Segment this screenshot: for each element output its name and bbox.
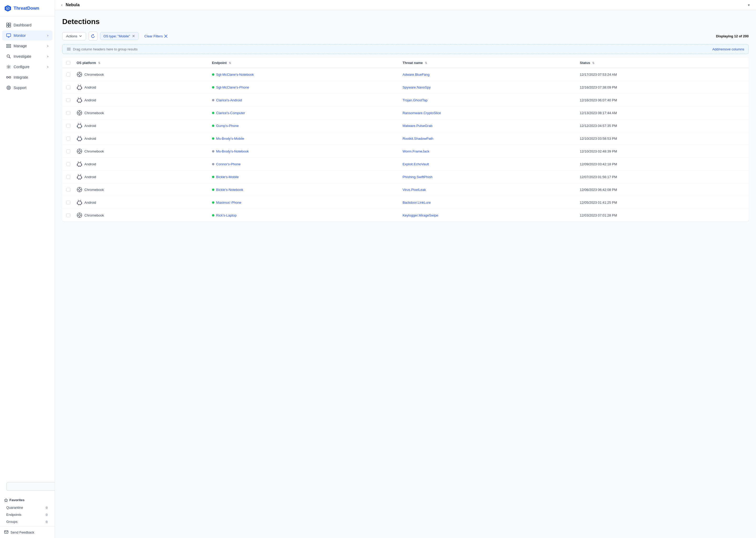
svg-rect-1	[7, 23, 8, 25]
svg-rect-8	[7, 44, 11, 45]
endpoint-link[interactable]: Ms-Brody's-Notebook	[216, 149, 249, 153]
svg-line-42	[81, 98, 81, 98]
threat-link[interactable]: Adware.BlueFang	[403, 73, 429, 77]
threat-link[interactable]: Worm.FrameJack	[403, 149, 429, 153]
trash-icon[interactable]: 🗑	[45, 520, 48, 524]
threat-link[interactable]: Spyware.NanoSpy	[403, 85, 431, 89]
row-checkbox-cell	[62, 158, 72, 171]
os-label: Android	[85, 85, 96, 89]
sidebar-item-investigate[interactable]: Investigate ›	[2, 51, 52, 61]
status-date-cell: 12/10/2023 03:58:53 PM	[576, 132, 749, 145]
header-status[interactable]: Status ⇅	[576, 58, 749, 68]
header-checkbox-col	[62, 58, 72, 68]
refresh-button[interactable]	[89, 31, 97, 40]
clear-filters-button[interactable]: Clear Filters	[141, 33, 171, 40]
os-platform-cell: Chromebook	[72, 145, 208, 158]
row-checkbox-cell	[62, 81, 72, 94]
threat-link[interactable]: Keylogger.MirageSwipe	[403, 213, 438, 217]
endpoint-link[interactable]: Bickle's-Mobile	[216, 175, 239, 179]
sidebar-item-configure[interactable]: Configure ›	[2, 62, 52, 72]
page-content: Detections Actions OS type: "Mobile" ✕ C…	[55, 10, 756, 538]
endpoint-link[interactable]: Rick's-Laptop	[216, 213, 236, 217]
manage-icon	[6, 44, 11, 48]
row-checkbox[interactable]	[66, 136, 70, 140]
svg-rect-19	[4, 531, 8, 533]
row-checkbox[interactable]	[66, 175, 70, 179]
threat-name-cell: Spyware.NanoSpy	[398, 81, 576, 94]
sidebar-item-dashboard[interactable]: Dashboard	[2, 20, 52, 30]
sidebar-item-support[interactable]: Support	[2, 83, 52, 93]
fav-item-quarantine[interactable]: Quarantine 🗑	[4, 504, 50, 511]
threat-link[interactable]: Exploit.EchoVault	[403, 162, 429, 166]
sidebar-item-manage[interactable]: Manage ›	[2, 41, 52, 51]
status-date-cell: 12/09/2023 03:42:18 PM	[576, 158, 749, 171]
threat-link[interactable]: Malware.PulseGrab	[403, 124, 432, 128]
os-label: Chromebook	[85, 149, 104, 153]
chromebook-icon	[77, 72, 82, 77]
trash-icon[interactable]: 🗑	[45, 513, 48, 516]
svg-point-80	[79, 188, 80, 190]
row-checkbox[interactable]	[66, 98, 70, 102]
row-checkbox[interactable]	[66, 73, 70, 77]
threat-link[interactable]: Virus.PixelLeak	[403, 188, 426, 192]
endpoint-link[interactable]: Bickle's-Notebook	[216, 188, 243, 192]
fav-item-endpoints[interactable]: Endpoints 🗑	[4, 511, 50, 518]
threat-name-cell: Phishing.SwiftPhish	[398, 171, 576, 183]
os-platform-cell: Android	[72, 158, 208, 171]
filter-chip-os-type[interactable]: OS type: "Mobile" ✕	[100, 32, 139, 40]
table-row: Chromebook Bickle's-Notebook Virus.Pixel…	[62, 183, 749, 196]
refresh-icon	[91, 34, 95, 38]
endpoint-link[interactable]: Sgt-McClane's-Phone	[216, 85, 249, 89]
endpoint-link[interactable]: Maximus'-Phone	[216, 200, 241, 204]
endpoint-link[interactable]: Sgt-McClane's-Notebook	[216, 73, 254, 77]
threat-link[interactable]: Rootkit.ShadowPath	[403, 136, 433, 140]
os-platform-cell: Chromebook	[72, 209, 208, 222]
status-dot	[212, 137, 214, 140]
investigate-icon	[6, 54, 11, 59]
close-filter-icon[interactable]: ✕	[132, 34, 135, 38]
row-checkbox[interactable]	[66, 149, 70, 153]
search-input[interactable]	[6, 482, 55, 491]
endpoint-link[interactable]: Ms-Brody's-Mobile	[216, 136, 244, 140]
detections-table: OS platform ⇅ Endpoint ⇅ Threat name ⇅ S…	[62, 58, 749, 222]
endpoint-link[interactable]: Clarice's-Computer	[216, 111, 245, 115]
row-checkbox[interactable]	[66, 162, 70, 166]
threat-link[interactable]: Ransomware.CryptoSlice	[403, 111, 441, 115]
sidebar-item-integrate[interactable]: Integrate	[2, 72, 52, 82]
row-checkbox[interactable]	[66, 124, 70, 128]
svg-point-10	[7, 55, 10, 57]
threat-name-cell: Adware.BlueFang	[398, 68, 576, 81]
row-checkbox[interactable]	[66, 111, 70, 115]
select-all-checkbox[interactable]	[66, 61, 70, 65]
table-row: Chromebook Clarice's-Computer Ransomware…	[62, 107, 749, 119]
endpoint-link[interactable]: Connor's-Phone	[216, 162, 241, 166]
row-checkbox[interactable]	[66, 188, 70, 192]
actions-button[interactable]: Actions	[62, 32, 86, 40]
endpoint-link[interactable]: Gump's-Phone	[216, 124, 239, 128]
threat-link[interactable]: Backdoor.LinkLure	[403, 200, 431, 204]
trash-icon[interactable]: 🗑	[45, 506, 48, 510]
topbar-chevron-icon[interactable]: ▾	[748, 3, 750, 7]
android-icon	[77, 123, 82, 129]
header-threat-name[interactable]: Threat name ⇅	[398, 58, 576, 68]
header-os-platform[interactable]: OS platform ⇅	[72, 58, 208, 68]
row-checkbox-cell	[62, 209, 72, 222]
back-button[interactable]: ‹	[61, 3, 62, 7]
svg-rect-9	[7, 46, 11, 47]
header-endpoint[interactable]: Endpoint ⇅	[208, 58, 398, 68]
os-label: Chromebook	[85, 188, 104, 192]
row-checkbox[interactable]	[66, 85, 70, 89]
os-label: Chromebook	[85, 213, 104, 217]
row-checkbox[interactable]	[66, 213, 70, 217]
endpoint-cell: Sgt-McClane's-Phone	[208, 81, 398, 94]
add-remove-columns-button[interactable]: Add/remove columns	[712, 47, 744, 51]
row-checkbox[interactable]	[66, 200, 70, 204]
endpoint-link[interactable]: Clarice's-Android	[216, 98, 242, 102]
threat-link[interactable]: Trojan.GhostTap	[403, 98, 428, 102]
send-feedback-button[interactable]: Send Feedback	[0, 526, 55, 538]
status-dot	[212, 125, 214, 127]
sidebar-item-monitor[interactable]: Monitor ›	[2, 30, 52, 40]
threat-link[interactable]: Phishing.SwiftPhish	[403, 175, 432, 179]
fav-item-groups[interactable]: Groups 🗑	[4, 518, 50, 525]
chevron-right-icon: ›	[47, 34, 48, 37]
